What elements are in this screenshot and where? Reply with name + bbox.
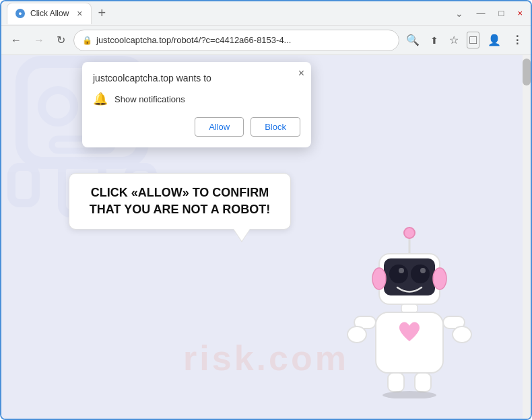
- new-tab-button[interactable]: +: [94, 5, 110, 21]
- svg-point-1: [42, 90, 74, 123]
- svg-point-15: [372, 268, 386, 289]
- menu-icon[interactable]: ⋮: [509, 31, 525, 49]
- back-button[interactable]: ←: [7, 32, 26, 49]
- tab-area: ● Click Allow × +: [7, 3, 447, 24]
- allow-button[interactable]: Allow: [195, 117, 244, 137]
- svg-point-14: [420, 268, 426, 273]
- reload-button[interactable]: ↻: [53, 31, 69, 49]
- svg-rect-5: [11, 167, 36, 203]
- scrollbar-thumb[interactable]: [523, 59, 531, 85]
- address-bar: ← → ↻ 🔒 justcoolcaptcha.top/robot4/?c=c4…: [1, 26, 531, 55]
- svg-point-12: [411, 265, 430, 283]
- profile-icon[interactable]: 👤: [485, 31, 504, 49]
- bell-icon: 🔔: [93, 92, 108, 106]
- scrollbar[interactable]: [523, 55, 531, 419]
- svg-rect-17: [401, 304, 418, 312]
- svg-rect-18: [376, 312, 443, 373]
- notification-popup: × justcoolcaptcha.top wants to 🔔 Show no…: [82, 62, 311, 147]
- active-tab[interactable]: ● Click Allow ×: [7, 3, 92, 24]
- maximize-button[interactable]: □: [496, 7, 507, 20]
- url-display: justcoolcaptcha.top/robot4/?c=c4412a66-8…: [96, 35, 391, 45]
- svg-point-11: [389, 265, 408, 283]
- tab-title: Click Allow: [30, 9, 69, 18]
- bubble-text: CLICK «ALLOW» TO CONFIRM THAT YOU ARE NO…: [90, 186, 270, 216]
- toolbar-icons: 🔍 ⬆ ☆ □ 👤 ⋮: [403, 31, 525, 49]
- forward-button[interactable]: →: [30, 32, 48, 49]
- address-input[interactable]: 🔒 justcoolcaptcha.top/robot4/?c=c4412a66…: [73, 30, 399, 51]
- notification-row: 🔔 Show notifications: [93, 92, 300, 106]
- svg-point-25: [383, 391, 436, 398]
- popup-buttons: Allow Block: [93, 117, 300, 137]
- close-window-button[interactable]: ×: [514, 7, 525, 20]
- notification-label: Show notifications: [114, 94, 185, 104]
- browser-window: ● Click Allow × + ⌄ — □ × ← → ↻ 🔒 justco…: [0, 0, 532, 420]
- bookmark-icon[interactable]: ☆: [446, 31, 461, 49]
- svg-point-22: [453, 326, 471, 343]
- lock-icon: 🔒: [82, 36, 92, 45]
- window-controls: ⌄ — □ ×: [453, 7, 525, 20]
- svg-rect-23: [388, 373, 404, 392]
- tab-favicon: ●: [15, 9, 25, 18]
- minimize-button[interactable]: —: [474, 7, 488, 20]
- search-icon[interactable]: 🔍: [403, 31, 422, 49]
- svg-point-8: [404, 228, 415, 238]
- share-icon[interactable]: ⬆: [428, 32, 441, 48]
- svg-point-16: [433, 268, 446, 289]
- popup-title: justcoolcaptcha.top wants to: [93, 73, 300, 83]
- svg-rect-24: [415, 373, 431, 392]
- speech-bubble: CLICK «ALLOW» TO CONFIRM THAT YOU ARE NO…: [69, 173, 291, 230]
- tab-close-button[interactable]: ×: [77, 8, 82, 19]
- extensions-icon[interactable]: □: [467, 32, 479, 48]
- risk-watermark: risk.com: [183, 338, 349, 378]
- svg-point-13: [399, 268, 404, 273]
- popup-close-button[interactable]: ×: [298, 67, 304, 79]
- svg-point-21: [347, 326, 366, 343]
- page-content: risk.com × justcoolcaptcha.top wants to …: [1, 55, 531, 419]
- robot-illustration: [342, 223, 477, 398]
- title-bar: ● Click Allow × + ⌄ — □ ×: [1, 1, 531, 26]
- chevron-icon: ⌄: [453, 7, 466, 20]
- block-button[interactable]: Block: [251, 117, 300, 137]
